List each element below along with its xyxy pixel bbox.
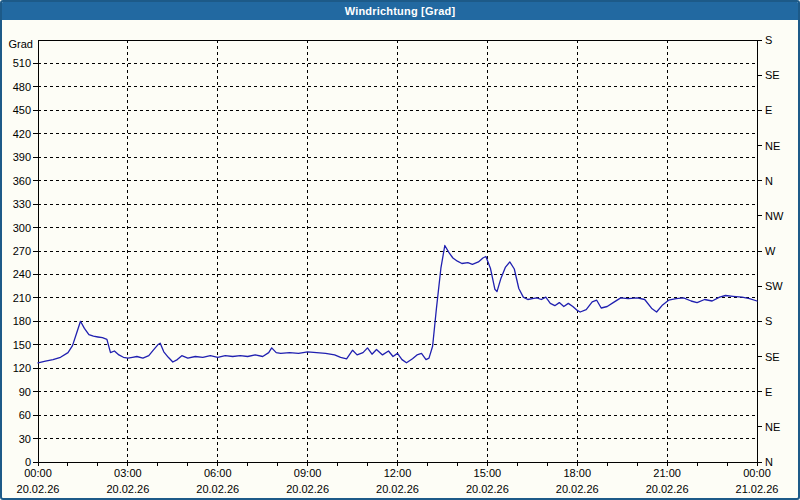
y-left-tick-label: 90: [19, 386, 31, 398]
y-left-tick-label: 450: [13, 104, 31, 116]
x-time-label: 21:00: [653, 467, 681, 479]
y-right-tick-label: NE: [765, 421, 780, 433]
x-date-label: 21.02.26: [736, 483, 779, 495]
x-time-label: 00:00: [24, 467, 52, 479]
y-right-tick-label: SE: [765, 351, 780, 363]
x-time-label: 09:00: [294, 467, 322, 479]
y-left-tick-label: 30: [19, 433, 31, 445]
y-left-tick-label: 240: [13, 268, 31, 280]
x-date-label: 20.02.26: [196, 483, 239, 495]
x-date-label: 20.02.26: [376, 483, 419, 495]
y-right-tick-label: N: [765, 175, 773, 187]
y-right-tick-label: E: [765, 104, 772, 116]
x-date-label: 20.02.26: [646, 483, 689, 495]
y-left-tick-label: 360: [13, 175, 31, 187]
y-right-tick-label: NE: [765, 140, 780, 152]
y-left-tick-label: 330: [13, 198, 31, 210]
y-right-tick-label: E: [765, 386, 772, 398]
x-date-label: 20.02.26: [17, 483, 60, 495]
x-time-label: 03:00: [114, 467, 142, 479]
y-axis-unit-label: Grad: [9, 38, 33, 50]
y-left-tick-label: 210: [13, 292, 31, 304]
x-date-label: 20.02.26: [286, 483, 329, 495]
y-left-tick-label: 300: [13, 222, 31, 234]
y-right-tick-label: SE: [765, 69, 780, 81]
chart-plot: 0306090120150180210240270300330360390420…: [2, 2, 798, 498]
x-time-label: 06:00: [204, 467, 232, 479]
x-time-label: 00:00: [743, 467, 771, 479]
y-left-tick-label: 150: [13, 339, 31, 351]
y-right-tick-label: W: [765, 245, 776, 257]
y-left-tick-label: 180: [13, 315, 31, 327]
y-left-tick-label: 390: [13, 151, 31, 163]
chart-window: { "window": { "title": "Windrichtung [Gr…: [0, 0, 800, 500]
x-date-label: 20.02.26: [466, 483, 509, 495]
x-time-label: 18:00: [563, 467, 591, 479]
x-time-label: 12:00: [384, 467, 412, 479]
y-right-tick-label: SW: [765, 280, 783, 292]
y-left-tick-label: 480: [13, 81, 31, 93]
y-left-tick-label: 510: [13, 57, 31, 69]
y-left-tick-label: 420: [13, 128, 31, 140]
x-date-label: 20.02.26: [106, 483, 149, 495]
y-right-tick-label: NW: [765, 210, 784, 222]
y-left-tick-label: 270: [13, 245, 31, 257]
x-date-label: 20.02.26: [556, 483, 599, 495]
x-time-label: 15:00: [474, 467, 502, 479]
y-right-tick-label: S: [765, 34, 772, 46]
y-left-tick-label: 120: [13, 362, 31, 374]
y-right-tick-label: S: [765, 315, 772, 327]
y-left-tick-label: 60: [19, 409, 31, 421]
wind-direction-chart: 0306090120150180210240270300330360390420…: [2, 2, 798, 498]
